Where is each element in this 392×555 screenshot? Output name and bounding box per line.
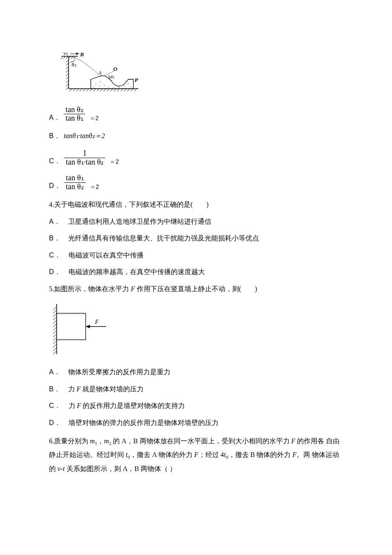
svg-rect-68 (57, 313, 86, 340)
prefix: 力 (69, 402, 77, 409)
q3-option-d: D． tan θ₁ tan θ₂ ＝2 (49, 174, 343, 191)
svg-line-29 (100, 89, 103, 91)
numerator: 1 (81, 149, 88, 158)
fig1-P-label: P (135, 77, 138, 83)
svg-line-11 (66, 63, 69, 66)
option-label: B． (49, 233, 61, 244)
svg-marker-8 (76, 52, 79, 55)
t: 。两 (297, 451, 310, 458)
svg-line-37 (127, 89, 130, 91)
t: 的作用各 (295, 437, 324, 445)
svg-line-60 (53, 327, 57, 330)
svg-point-40 (95, 84, 96, 85)
t: ；经过 4 (199, 451, 224, 458)
svg-point-45 (119, 87, 120, 88)
var-F: F (292, 451, 297, 458)
svg-point-74 (76, 314, 76, 314)
svg-line-22 (76, 89, 79, 91)
svg-line-67 (53, 351, 57, 354)
svg-line-2 (63, 56, 65, 59)
svg-line-31 (107, 89, 110, 91)
var-m1: m (90, 437, 95, 445)
fig1-v0-label: v₀ (63, 51, 68, 56)
q3-option-a: A． tan θ₂ tan θ₁ ＝2 (49, 106, 343, 123)
option-text: 卫星通信利用人造地球卫星作为中继站进行通信 (68, 216, 211, 227)
option-text: 电磁波的频率越高，在真空中传播的速度越大 (69, 266, 205, 278)
option-label: C． (49, 400, 61, 411)
q4-stem: 4.关于电磁波和现代通信，下列叙述不正确的是( ) (49, 199, 343, 210)
svg-line-27 (93, 89, 96, 91)
svg-line-62 (53, 334, 57, 337)
option-text: 物体所受摩擦力的反作用力是重力 (68, 367, 170, 378)
eq-suffix: ＝2 (89, 113, 99, 123)
option-label: A． (49, 112, 61, 123)
t: ，撤去 A 物体的外力 (130, 451, 194, 458)
svg-line-17 (66, 84, 69, 86)
var-F: F (291, 437, 296, 445)
t: 6.质量分别为 (49, 437, 90, 445)
option-label: A． (49, 216, 61, 227)
q5-stem: 5.如图所示，物体在水平力 F 作用下压在竖直墙上静止不动，则( ) (49, 283, 343, 295)
svg-line-33 (114, 89, 116, 91)
svg-line-18 (66, 87, 69, 90)
svg-line-39 (134, 89, 137, 91)
denominator: tan θ₂ (64, 182, 86, 191)
svg-line-34 (117, 89, 120, 91)
stem-suffix: 作用下压在竖直墙上静止不动，则( ) (135, 285, 257, 292)
svg-point-72 (69, 314, 69, 314)
svg-line-24 (83, 89, 86, 91)
suffix: 就是物体对墙的压力 (81, 385, 144, 393)
suffix: 的反作用力是墙壁对物体的支持力 (81, 402, 185, 409)
svg-line-26 (90, 89, 92, 91)
svg-line-57 (53, 317, 57, 320)
t: 的 A，B 两物体放在同一水平面上，受到大小相同的水平力 (111, 437, 291, 445)
svg-point-75 (79, 314, 80, 314)
svg-line-59 (53, 324, 57, 327)
t: ， (97, 437, 104, 445)
q4-option-c: C． 电磁波可以在真空中传播 (49, 250, 343, 261)
var-F: F (77, 402, 81, 409)
fig1-theta1-label: θ₁ (110, 74, 114, 79)
var-F: F (194, 451, 199, 458)
svg-marker-78 (86, 325, 90, 328)
numerator: tan θ₂ (64, 106, 85, 114)
fig1-A-label: A (98, 70, 102, 76)
svg-line-55 (53, 310, 57, 313)
svg-line-65 (53, 344, 57, 347)
svg-line-23 (80, 89, 82, 91)
svg-line-12 (66, 66, 69, 69)
t: 关系如图所示，则 A，B 两物体（ ） (65, 465, 176, 472)
var-m2: m (104, 437, 109, 445)
svg-line-63 (53, 337, 57, 341)
svg-line-13 (66, 70, 69, 72)
option-label: D． (49, 417, 61, 428)
svg-point-69 (59, 314, 59, 314)
stem-prefix: 5.如图所示，物体在水平力 (49, 285, 131, 292)
svg-point-51 (125, 81, 126, 81)
fraction: 1 tan θ₁·tan θ₂ (64, 149, 106, 167)
fig1-B-label: B (80, 51, 84, 58)
fig2-F-label: F (95, 319, 99, 325)
q4-option-d: D． 电磁波的频率越高，在真空中传播的速度越大 (49, 266, 343, 278)
option-label: B． (49, 130, 61, 142)
svg-line-16 (66, 80, 69, 83)
fig1-theta2-label: θ₂ (72, 62, 77, 68)
svg-line-10 (66, 60, 69, 62)
q5-option-a: A． 物体所受摩擦力的反作用力是重力 (49, 367, 343, 378)
var-vt: v-t (58, 465, 65, 472)
q4-option-b: B． 光纤通信具有传输信息量大、抗干扰能力强及光能损耗小等优点 (49, 233, 343, 244)
option-label: D． (49, 180, 61, 191)
svg-line-14 (66, 73, 69, 76)
denominator: tan θ₁·tan θ₂ (64, 158, 106, 167)
svg-line-30 (104, 89, 106, 91)
var-F: F (77, 385, 81, 393)
option-text: 电磁波可以在真空中传播 (69, 250, 144, 261)
svg-point-42 (104, 85, 105, 86)
q5-option-d: D． 墙壁对物体的弹力的反作用力是物体对墙壁的压力 (49, 417, 343, 428)
svg-point-41 (100, 81, 101, 82)
option-label: B． (49, 384, 61, 395)
svg-line-61 (53, 330, 57, 334)
fraction: tan θ₁ tan θ₂ (64, 174, 86, 191)
q3-option-c: C． 1 tan θ₁·tan θ₂ ＝2 (49, 149, 343, 167)
svg-line-32 (110, 89, 113, 91)
